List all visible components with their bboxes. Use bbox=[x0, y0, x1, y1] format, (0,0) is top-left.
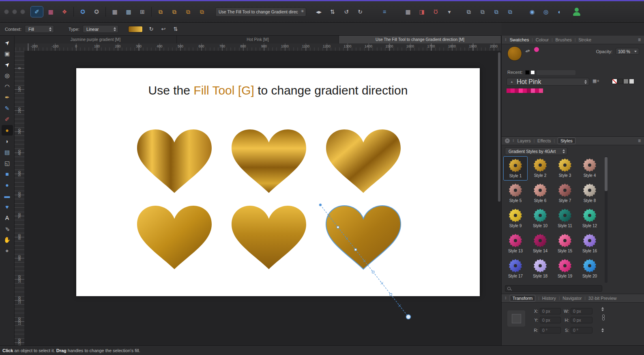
split-view-button[interactable]: ◨ bbox=[416, 6, 428, 17]
utility-swatch[interactable] bbox=[629, 79, 634, 84]
fill-tool[interactable]: ● bbox=[2, 125, 13, 136]
geometry-subtract-button[interactable]: ◎ bbox=[540, 6, 552, 17]
doc-tab-2[interactable]: Hot Pink [M] bbox=[177, 36, 339, 43]
style-12[interactable]: Style 12 bbox=[577, 207, 602, 231]
heart-4[interactable] bbox=[137, 206, 212, 269]
minimize-window-button[interactable] bbox=[12, 9, 17, 14]
utility-swatch[interactable] bbox=[623, 79, 629, 84]
vector-brush-tool[interactable]: ✐ bbox=[2, 114, 13, 125]
add-palette-button[interactable]: ▦+ bbox=[592, 78, 599, 84]
transform-field-input[interactable]: 0 ° bbox=[540, 327, 561, 333]
palette-swatch[interactable] bbox=[507, 88, 511, 93]
doc-tab-1[interactable]: Jasmine purple gradient [M] bbox=[15, 36, 177, 43]
fill-colour-well[interactable] bbox=[507, 46, 522, 61]
scrollbar-thumb[interactable] bbox=[605, 157, 608, 191]
tab-brushes[interactable]: Brushes bbox=[556, 37, 572, 42]
style-14[interactable]: Style 14 bbox=[528, 232, 552, 256]
gradient-preview-chip[interactable] bbox=[128, 26, 143, 32]
style-3[interactable]: Style 3 bbox=[553, 156, 577, 181]
vector-crop-tool[interactable]: ◱ bbox=[2, 158, 13, 168]
insert-on-top-button[interactable]: ⧉ bbox=[504, 6, 516, 17]
close-window-button[interactable] bbox=[4, 9, 9, 14]
reverse-fill-button[interactable]: ↩ bbox=[158, 25, 169, 34]
move-to-front-button[interactable]: ⧉ bbox=[155, 6, 167, 17]
vector-persona-button[interactable]: ✐ bbox=[31, 6, 43, 17]
style-20[interactable]: Style 20 bbox=[577, 257, 602, 281]
insert-behind-button[interactable]: ⧉ bbox=[477, 6, 489, 17]
tab-swatches[interactable]: Swatches bbox=[510, 37, 529, 42]
artboard-tool[interactable]: ▣ bbox=[2, 48, 13, 59]
palette-swatch[interactable] bbox=[531, 88, 535, 93]
utility-swatch[interactable] bbox=[618, 79, 623, 84]
style-19[interactable]: Style 19 bbox=[553, 257, 577, 281]
opacity-select[interactable]: 100 % bbox=[616, 48, 639, 55]
style-18[interactable]: Style 18 bbox=[528, 257, 552, 281]
transform-field-input[interactable]: 0 px bbox=[571, 308, 592, 314]
palette-swatch[interactable] bbox=[519, 88, 523, 93]
snapping-button[interactable]: Ω bbox=[429, 6, 442, 17]
style-17[interactable]: Style 17 bbox=[503, 257, 528, 281]
style-2[interactable]: Style 2 bbox=[528, 156, 552, 181]
geometry-add-button[interactable]: ◉ bbox=[526, 6, 538, 17]
flip-horizontal-button[interactable]: ◂▸ bbox=[313, 6, 325, 17]
style-4[interactable]: Style 4 bbox=[577, 156, 602, 181]
node-tool[interactable]: ➤ bbox=[2, 59, 13, 70]
tab-styles[interactable]: Styles bbox=[558, 138, 575, 144]
eyedropper-icon[interactable]: ✎ bbox=[524, 47, 531, 54]
palette-swatch[interactable] bbox=[515, 88, 519, 93]
export-persona-button[interactable]: ❖ bbox=[58, 6, 71, 17]
palette-swatch[interactable] bbox=[527, 88, 531, 93]
secondary-colour-well[interactable] bbox=[534, 47, 539, 52]
styles-search[interactable] bbox=[505, 285, 602, 292]
style-15[interactable]: Style 15 bbox=[553, 232, 577, 256]
tab-effects[interactable]: Effects bbox=[537, 138, 551, 143]
heart-2[interactable] bbox=[232, 129, 306, 193]
text-tool[interactable]: A bbox=[2, 213, 13, 223]
palette-select[interactable]: ▲ Hot Pink bbox=[507, 78, 589, 86]
stepper-icon[interactable] bbox=[601, 328, 604, 332]
heart-5[interactable] bbox=[232, 206, 306, 269]
transform-field-input[interactable]: 0 ° bbox=[571, 327, 592, 333]
move-to-back-button[interactable]: ⧉ bbox=[196, 6, 208, 17]
toolbar-title-field[interactable]: ✳ bbox=[215, 7, 306, 17]
pixel-grid-button[interactable]: ▦ bbox=[402, 6, 414, 17]
close-panel-icon[interactable]: ✕ bbox=[505, 138, 510, 143]
move-tool[interactable]: ➤ bbox=[2, 37, 13, 48]
style-13[interactable]: Style 13 bbox=[503, 232, 528, 256]
recent-swatch[interactable] bbox=[530, 70, 535, 75]
palette-swatch[interactable] bbox=[511, 88, 515, 93]
tab-32-bit-preview[interactable]: 32-bit Preview bbox=[588, 296, 617, 301]
place-image-tool[interactable]: ▤ bbox=[2, 147, 13, 157]
tab-colour[interactable]: Colour bbox=[536, 37, 549, 42]
show-grid-button[interactable]: ▦ bbox=[109, 6, 121, 17]
style-1[interactable]: Style 1 bbox=[503, 156, 528, 181]
doc-tab-3[interactable]: Use The Fill Tool to change Gradient dir… bbox=[339, 36, 501, 43]
transform-anchor-preview[interactable] bbox=[507, 310, 525, 327]
pencil-tool[interactable]: ✎ bbox=[2, 103, 13, 114]
tab-transform[interactable]: Transform bbox=[510, 295, 536, 301]
style-11[interactable]: Style 11 bbox=[553, 207, 577, 231]
context-select[interactable]: Fill bbox=[25, 25, 54, 33]
tab-navigator[interactable]: Navigator bbox=[562, 296, 582, 301]
flip-vertical-button[interactable]: ⇅ bbox=[326, 6, 339, 17]
transform-field-input[interactable]: 0 px bbox=[571, 317, 592, 323]
snapping-options-button[interactable]: ▾ bbox=[443, 6, 455, 17]
edit-defaults-button[interactable]: ✪ bbox=[90, 6, 103, 17]
transform-field-input[interactable]: 0 px bbox=[540, 308, 561, 314]
canvas-scrollbar[interactable] bbox=[498, 52, 500, 202]
utility-swatch[interactable] bbox=[612, 79, 617, 84]
tab-history[interactable]: History bbox=[542, 296, 556, 301]
heart-shape-tool[interactable]: ♥ bbox=[2, 202, 13, 212]
synchronise-defaults-button[interactable]: ✪ bbox=[77, 6, 89, 17]
styles-category-select[interactable]: Gradient Styles by 4GArt bbox=[505, 147, 567, 155]
fit-fill-button[interactable]: ⇅ bbox=[170, 25, 181, 34]
zoom-window-button[interactable] bbox=[20, 9, 25, 14]
insert-inside-button[interactable]: ⧉ bbox=[490, 6, 502, 17]
transparency-tool[interactable]: ◗ bbox=[2, 136, 13, 146]
account-button[interactable] bbox=[571, 6, 582, 17]
corner-tool[interactable]: ◠ bbox=[2, 81, 13, 92]
colour-picker-tool[interactable]: ✎ bbox=[2, 224, 13, 234]
rotate-anticlockwise-button[interactable]: ↺ bbox=[340, 6, 352, 17]
hand-tool[interactable]: ✋ bbox=[2, 235, 13, 245]
geometry-intersect-button[interactable]: ◐ bbox=[554, 6, 566, 17]
